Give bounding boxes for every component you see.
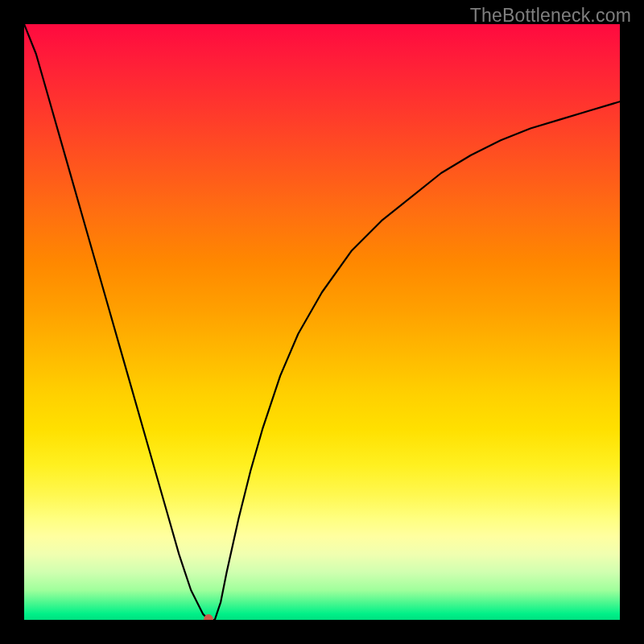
attribution-text: TheBottleneck.com xyxy=(470,5,631,27)
minimum-marker xyxy=(204,614,213,620)
chart-plot-area xyxy=(24,24,620,620)
chart-svg xyxy=(24,24,620,620)
bottleneck-curve-path xyxy=(24,24,620,620)
